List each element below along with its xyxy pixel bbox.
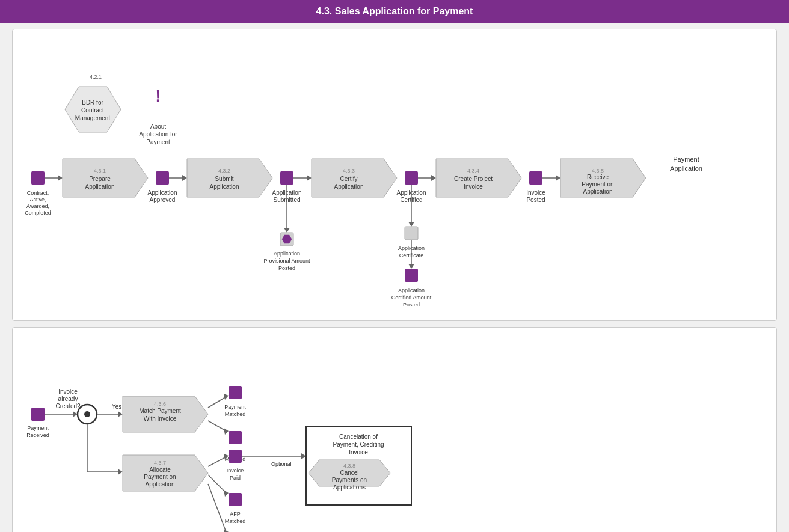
label-submit-2: Application — [210, 183, 239, 190]
payment-app-label-2: Application — [670, 165, 702, 172]
event-approved — [156, 171, 169, 185]
page-title: 4.3. Sales Application for Payment — [316, 6, 473, 16]
page-header: 4.3. Sales Application for Payment — [0, 0, 789, 23]
payment-app-label-1: Payment — [673, 156, 699, 163]
event-invoice-posted — [529, 171, 542, 185]
arrowhead-afp2 — [224, 490, 229, 497]
gateway-label-1: Invoice — [58, 388, 78, 395]
page: 4.3. Sales Application for Payment 4.2.1… — [0, 0, 789, 532]
label-inv-posted-2: Posted — [526, 197, 545, 203]
yes-label: Yes — [112, 403, 121, 410]
optional-label: Optional — [271, 461, 292, 467]
label-receive-1: Receive — [587, 174, 609, 180]
gateway-inner — [84, 411, 90, 417]
badge-435: 4.3.5 — [592, 168, 604, 174]
arrowhead-b-down — [118, 469, 123, 475]
arrowhead-b2 — [118, 411, 123, 417]
arrowhead-5 — [556, 175, 560, 181]
label-cancel-2: Payments on — [332, 477, 367, 483]
label-submit-1: Submit — [215, 176, 233, 182]
start-label-2: Active, — [29, 197, 46, 203]
event-submitted — [280, 171, 293, 185]
arrow-inv-paid — [208, 457, 226, 466]
badge-437: 4.3.7 — [154, 460, 166, 466]
label-prepare-1: Prepare — [89, 176, 111, 182]
label-inv-posted-1: Invoice — [526, 189, 545, 196]
label-prov-1: Application — [274, 251, 300, 257]
start-label-4: Completed — [25, 210, 51, 216]
label-allocate-1: Allocate — [149, 466, 171, 473]
label-match-1: Match Payment — [139, 408, 181, 414]
label-match-2: With Invoice — [144, 415, 177, 422]
arrowhead-prov — [284, 228, 290, 233]
cancel-title-2: Payment, Crediting — [333, 441, 384, 448]
arrowhead-pm — [224, 394, 229, 400]
badge-432: 4.3.2 — [218, 168, 230, 174]
event-certified — [405, 171, 418, 185]
bdr-label-line3: Management — [75, 115, 111, 121]
arrowhead-4 — [431, 175, 436, 181]
badge-436: 4.3.6 — [154, 401, 166, 407]
arrowhead-afp1 — [224, 428, 229, 435]
label-certify-1: Certify — [340, 176, 358, 182]
bottom-diagram-svg: Payment Received Invoice already Created… — [25, 340, 782, 532]
label-certamt-3: Posted — [403, 302, 420, 306]
label-approved-2: Approved — [150, 197, 176, 203]
label-inv-paid-1: Invoice — [227, 468, 244, 474]
arrowhead-1 — [58, 175, 63, 181]
label-approved-1: Application — [148, 189, 177, 196]
arrowhead-pm2 — [224, 529, 229, 532]
label-prov-3: Posted — [278, 265, 295, 271]
diagram-area: 4.2.1 BDR for Contract Management ! Abou… — [0, 23, 789, 532]
label-certamt-1: Application — [398, 287, 425, 293]
bdr-badge: 4.2.1 — [90, 74, 102, 80]
label-prov-2: Provisional Amount — [263, 258, 310, 264]
gateway-label-2: already — [58, 396, 78, 402]
event-invoice-paid — [229, 450, 242, 463]
event-afp-matched-1 — [229, 431, 242, 444]
label-pm-1: Payment — [224, 404, 246, 410]
label-allocate-3: Application — [146, 481, 175, 488]
label-invoice-1: Create Project — [454, 176, 493, 182]
label-certamt-2: Certified Amount — [391, 295, 432, 301]
top-section: 4.2.1 BDR for Contract Management ! Abou… — [12, 29, 777, 321]
start-label-1: Contract, — [27, 190, 49, 196]
label-afp2-2: Matched — [225, 518, 246, 524]
cancel-title-3: Invoice — [349, 449, 368, 456]
arrowhead-certamt — [408, 264, 414, 269]
label-prepare-2: Application — [85, 183, 115, 190]
arrow-pm — [208, 397, 226, 408]
event-certificate — [405, 227, 418, 240]
cancel-title-1: Cancelation of — [339, 433, 378, 440]
label-afp2-1: AFP — [230, 511, 241, 517]
arrowhead-cert — [408, 222, 414, 227]
badge-431: 4.3.1 — [94, 168, 106, 174]
bottom-section: Payment Received Invoice already Created… — [12, 327, 777, 532]
start-event-square — [31, 171, 45, 185]
label-receive-2: Payment on — [582, 181, 613, 188]
event-certamt — [405, 269, 418, 282]
label-cancel-1: Cancel — [340, 469, 358, 476]
bdr-label-line1: BDR for — [82, 99, 103, 106]
bottom-label-payment-2: Received — [26, 432, 49, 438]
label-cancel-3: Applications — [333, 484, 366, 491]
gateway-label-3: Created? — [55, 403, 81, 409]
bdr-node: 4.2.1 BDR for Contract Management — [65, 74, 121, 132]
arrowhead-optional — [301, 453, 306, 459]
top-diagram-svg: 4.2.1 BDR for Contract Management ! Abou… — [25, 41, 782, 306]
label-certify-2: Application — [334, 183, 364, 190]
label-invoice-2: Invoice — [464, 183, 483, 190]
bdr-label-line2: Contract — [81, 107, 104, 114]
badge-434: 4.3.4 — [467, 168, 479, 174]
about-node: ! About Application for Payment — [139, 87, 177, 145]
label-allocate-2: Payment on — [144, 474, 176, 480]
label-inv-paid-2: Paid — [230, 475, 241, 481]
bottom-label-payment-1: Payment — [27, 425, 49, 431]
badge-438: 4.3.8 — [343, 463, 355, 469]
about-label-line2: Application for — [139, 131, 177, 138]
arrowhead-2 — [182, 175, 187, 181]
event-afp-matched-2 — [229, 493, 242, 506]
about-icon: ! — [155, 87, 161, 105]
arrow-afp1 — [208, 421, 226, 431]
arrowhead-3 — [307, 175, 312, 181]
